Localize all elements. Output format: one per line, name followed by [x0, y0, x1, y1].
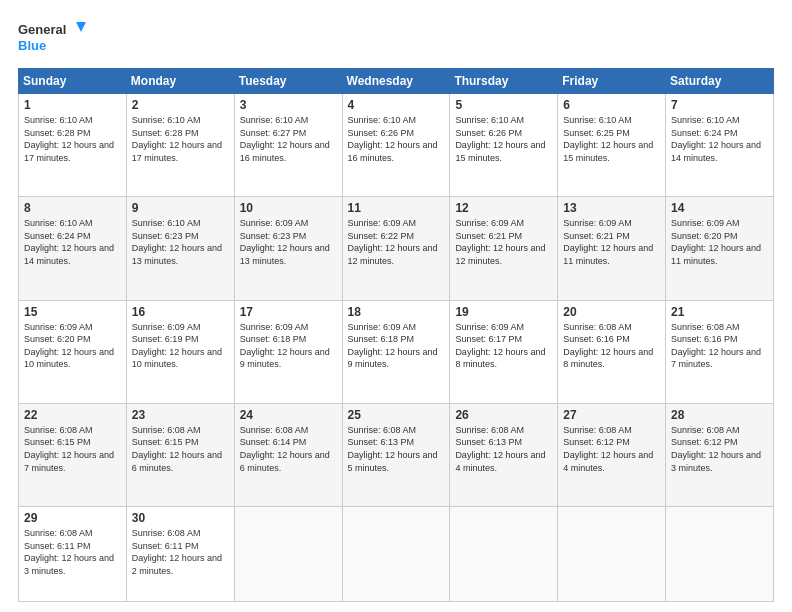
day-number: 15: [24, 305, 121, 319]
day-info: Sunrise: 6:08 AMSunset: 6:16 PMDaylight:…: [671, 322, 761, 370]
day-info: Sunrise: 6:08 AMSunset: 6:12 PMDaylight:…: [563, 425, 653, 473]
day-number: 22: [24, 408, 121, 422]
day-info: Sunrise: 6:10 AMSunset: 6:28 PMDaylight:…: [24, 115, 114, 163]
table-row: 12Sunrise: 6:09 AMSunset: 6:21 PMDayligh…: [450, 197, 558, 300]
day-info: Sunrise: 6:08 AMSunset: 6:11 PMDaylight:…: [24, 528, 114, 576]
day-info: Sunrise: 6:08 AMSunset: 6:14 PMDaylight:…: [240, 425, 330, 473]
day-info: Sunrise: 6:09 AMSunset: 6:23 PMDaylight:…: [240, 218, 330, 266]
day-number: 20: [563, 305, 660, 319]
day-number: 2: [132, 98, 229, 112]
day-info: Sunrise: 6:09 AMSunset: 6:20 PMDaylight:…: [671, 218, 761, 266]
logo-svg: General Blue: [18, 18, 88, 58]
table-row: 22Sunrise: 6:08 AMSunset: 6:15 PMDayligh…: [19, 403, 127, 506]
day-info: Sunrise: 6:10 AMSunset: 6:26 PMDaylight:…: [455, 115, 545, 163]
day-number: 12: [455, 201, 552, 215]
day-number: 17: [240, 305, 337, 319]
day-info: Sunrise: 6:09 AMSunset: 6:21 PMDaylight:…: [455, 218, 545, 266]
day-info: Sunrise: 6:09 AMSunset: 6:17 PMDaylight:…: [455, 322, 545, 370]
day-info: Sunrise: 6:09 AMSunset: 6:18 PMDaylight:…: [348, 322, 438, 370]
day-info: Sunrise: 6:10 AMSunset: 6:28 PMDaylight:…: [132, 115, 222, 163]
table-row: 18Sunrise: 6:09 AMSunset: 6:18 PMDayligh…: [342, 300, 450, 403]
day-info: Sunrise: 6:10 AMSunset: 6:24 PMDaylight:…: [671, 115, 761, 163]
svg-text:General: General: [18, 22, 66, 37]
table-row: 7Sunrise: 6:10 AMSunset: 6:24 PMDaylight…: [666, 94, 774, 197]
day-number: 4: [348, 98, 445, 112]
day-info: Sunrise: 6:08 AMSunset: 6:12 PMDaylight:…: [671, 425, 761, 473]
day-info: Sunrise: 6:09 AMSunset: 6:21 PMDaylight:…: [563, 218, 653, 266]
table-row: 28Sunrise: 6:08 AMSunset: 6:12 PMDayligh…: [666, 403, 774, 506]
day-info: Sunrise: 6:10 AMSunset: 6:25 PMDaylight:…: [563, 115, 653, 163]
col-thursday: Thursday: [450, 69, 558, 94]
day-info: Sunrise: 6:09 AMSunset: 6:19 PMDaylight:…: [132, 322, 222, 370]
day-number: 26: [455, 408, 552, 422]
day-info: Sunrise: 6:10 AMSunset: 6:26 PMDaylight:…: [348, 115, 438, 163]
table-row: 9Sunrise: 6:10 AMSunset: 6:23 PMDaylight…: [126, 197, 234, 300]
day-info: Sunrise: 6:08 AMSunset: 6:15 PMDaylight:…: [24, 425, 114, 473]
day-number: 16: [132, 305, 229, 319]
day-number: 11: [348, 201, 445, 215]
svg-text:Blue: Blue: [18, 38, 46, 53]
table-row: 21Sunrise: 6:08 AMSunset: 6:16 PMDayligh…: [666, 300, 774, 403]
day-info: Sunrise: 6:08 AMSunset: 6:13 PMDaylight:…: [348, 425, 438, 473]
logo: General Blue: [18, 18, 88, 58]
day-number: 9: [132, 201, 229, 215]
page: General Blue Sunday Monday Tuesday Wedne…: [0, 0, 792, 612]
col-sunday: Sunday: [19, 69, 127, 94]
table-row: [234, 507, 342, 602]
day-number: 23: [132, 408, 229, 422]
table-row: 15Sunrise: 6:09 AMSunset: 6:20 PMDayligh…: [19, 300, 127, 403]
day-number: 8: [24, 201, 121, 215]
table-row: 26Sunrise: 6:08 AMSunset: 6:13 PMDayligh…: [450, 403, 558, 506]
table-row: 11Sunrise: 6:09 AMSunset: 6:22 PMDayligh…: [342, 197, 450, 300]
day-number: 27: [563, 408, 660, 422]
table-row: 14Sunrise: 6:09 AMSunset: 6:20 PMDayligh…: [666, 197, 774, 300]
day-info: Sunrise: 6:10 AMSunset: 6:27 PMDaylight:…: [240, 115, 330, 163]
day-info: Sunrise: 6:08 AMSunset: 6:16 PMDaylight:…: [563, 322, 653, 370]
table-row: 8Sunrise: 6:10 AMSunset: 6:24 PMDaylight…: [19, 197, 127, 300]
calendar-table: Sunday Monday Tuesday Wednesday Thursday…: [18, 68, 774, 602]
table-row: [342, 507, 450, 602]
day-number: 24: [240, 408, 337, 422]
day-number: 10: [240, 201, 337, 215]
col-saturday: Saturday: [666, 69, 774, 94]
day-number: 25: [348, 408, 445, 422]
day-number: 28: [671, 408, 768, 422]
day-number: 18: [348, 305, 445, 319]
day-info: Sunrise: 6:08 AMSunset: 6:15 PMDaylight:…: [132, 425, 222, 473]
header-row: Sunday Monday Tuesday Wednesday Thursday…: [19, 69, 774, 94]
day-number: 13: [563, 201, 660, 215]
table-row: 19Sunrise: 6:09 AMSunset: 6:17 PMDayligh…: [450, 300, 558, 403]
col-tuesday: Tuesday: [234, 69, 342, 94]
day-number: 3: [240, 98, 337, 112]
table-row: 27Sunrise: 6:08 AMSunset: 6:12 PMDayligh…: [558, 403, 666, 506]
col-monday: Monday: [126, 69, 234, 94]
day-number: 19: [455, 305, 552, 319]
table-row: 6Sunrise: 6:10 AMSunset: 6:25 PMDaylight…: [558, 94, 666, 197]
day-number: 7: [671, 98, 768, 112]
day-info: Sunrise: 6:09 AMSunset: 6:22 PMDaylight:…: [348, 218, 438, 266]
table-row: 20Sunrise: 6:08 AMSunset: 6:16 PMDayligh…: [558, 300, 666, 403]
table-row: 30Sunrise: 6:08 AMSunset: 6:11 PMDayligh…: [126, 507, 234, 602]
day-info: Sunrise: 6:09 AMSunset: 6:18 PMDaylight:…: [240, 322, 330, 370]
day-info: Sunrise: 6:08 AMSunset: 6:11 PMDaylight:…: [132, 528, 222, 576]
day-info: Sunrise: 6:08 AMSunset: 6:13 PMDaylight:…: [455, 425, 545, 473]
day-number: 5: [455, 98, 552, 112]
day-number: 21: [671, 305, 768, 319]
table-row: 10Sunrise: 6:09 AMSunset: 6:23 PMDayligh…: [234, 197, 342, 300]
day-number: 30: [132, 511, 229, 525]
table-row: 24Sunrise: 6:08 AMSunset: 6:14 PMDayligh…: [234, 403, 342, 506]
day-number: 29: [24, 511, 121, 525]
day-number: 1: [24, 98, 121, 112]
day-number: 14: [671, 201, 768, 215]
table-row: [450, 507, 558, 602]
table-row: 2Sunrise: 6:10 AMSunset: 6:28 PMDaylight…: [126, 94, 234, 197]
header: General Blue: [18, 18, 774, 58]
day-info: Sunrise: 6:09 AMSunset: 6:20 PMDaylight:…: [24, 322, 114, 370]
day-info: Sunrise: 6:10 AMSunset: 6:24 PMDaylight:…: [24, 218, 114, 266]
table-row: 29Sunrise: 6:08 AMSunset: 6:11 PMDayligh…: [19, 507, 127, 602]
table-row: 25Sunrise: 6:08 AMSunset: 6:13 PMDayligh…: [342, 403, 450, 506]
table-row: 23Sunrise: 6:08 AMSunset: 6:15 PMDayligh…: [126, 403, 234, 506]
col-friday: Friday: [558, 69, 666, 94]
table-row: 3Sunrise: 6:10 AMSunset: 6:27 PMDaylight…: [234, 94, 342, 197]
table-row: [558, 507, 666, 602]
